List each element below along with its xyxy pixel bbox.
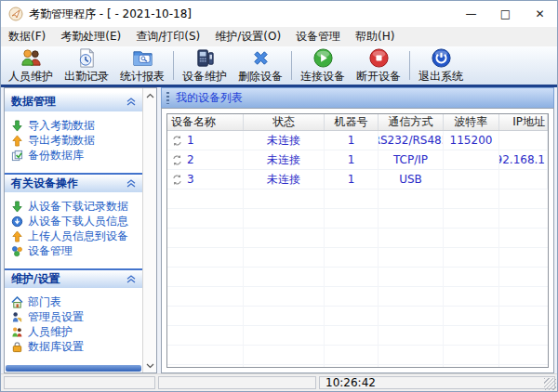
menu-data[interactable]: 数据(F) <box>1 27 53 46</box>
sidebar-item-export-data[interactable]: 导出考勤数据 <box>5 133 142 148</box>
disconnect-device-button[interactable]: 断开设备 <box>351 47 406 84</box>
delete-device-button[interactable]: 删除设备 <box>232 47 288 84</box>
chevron-up-icon <box>146 93 154 98</box>
sidebar-item-admin-settings[interactable]: 管理员设置 <box>5 309 142 324</box>
people-icon <box>11 326 23 338</box>
sidebar-section-maintenance[interactable]: 维护/设置 <box>5 268 142 288</box>
sidebar-item-label: 数据库设置 <box>28 339 84 354</box>
ip-address-cell <box>499 131 548 150</box>
status-cell: 未连接 <box>244 131 325 150</box>
grid-line <box>378 189 379 367</box>
sidebar-item-label: 设备管理 <box>28 243 73 258</box>
table-row[interactable]: 3 未连接 1 USB <box>167 170 548 189</box>
column-header-ip-address[interactable]: IP地址 <box>499 114 548 130</box>
sidebar-item-backup-database[interactable]: 备份数据库 <box>5 148 142 163</box>
column-header-status[interactable]: 状态 <box>244 114 325 130</box>
toolbar-label: 删除设备 <box>238 69 283 85</box>
table-row[interactable]: 1 未连接 1 RS232/RS485 115200 <box>167 131 548 150</box>
disconnect-icon <box>368 47 390 69</box>
menu-attendance[interactable]: 考勤处理(E) <box>53 27 128 46</box>
menu-query-print[interactable]: 查询/打印(S) <box>128 27 207 46</box>
sidebar-section-data-management[interactable]: 数据管理 <box>5 92 142 111</box>
table-row[interactable]: 2 未连接 1 TCP/IP 192.168.1 <box>167 150 548 170</box>
window-title: 考勤管理程序 - [ - 2021-10-18] <box>29 7 192 22</box>
delete-device-icon <box>250 47 272 69</box>
chevron-double-up-icon[interactable] <box>126 179 136 188</box>
close-button[interactable]: ✕ <box>523 1 557 27</box>
chevron-double-up-icon[interactable] <box>126 275 136 283</box>
column-header-machine-no[interactable]: 机器号 <box>325 114 379 130</box>
device-maintenance-button[interactable]: 设备维护 <box>177 47 232 84</box>
status-cell: 未连接 <box>244 150 325 169</box>
menu-device[interactable]: 设备管理 <box>288 27 348 46</box>
sidebar-item-upload-personnel[interactable]: 上传人员信息到设备 <box>5 229 142 243</box>
admin-key-icon <box>11 311 23 323</box>
comm-mode-cell: TCP/IP <box>379 150 444 169</box>
scroll-down-button[interactable] <box>143 359 157 372</box>
backup-icon <box>11 150 23 162</box>
menubar: 数据(F) 考勤处理(E) 查询/打印(S) 维护/设置(O) 设备管理 帮助(… <box>1 27 557 46</box>
sidebar-item-label: 导入考勤数据 <box>28 118 95 133</box>
column-header-device-name[interactable]: 设备名称 <box>167 114 244 130</box>
device-name: 1 <box>187 134 194 147</box>
scroll-up-button[interactable] <box>143 88 157 102</box>
sidebar-item-download-records[interactable]: 从设备下载记录数据 <box>5 199 142 214</box>
exit-system-button[interactable]: 退出系统 <box>413 47 469 84</box>
resize-grip-icon[interactable] <box>544 378 556 390</box>
sidebar-item-label: 备份数据库 <box>28 148 84 163</box>
toolbar-separator <box>291 51 292 80</box>
sidebar-scrollbar[interactable] <box>142 88 156 372</box>
minimize-button[interactable]: — <box>454 1 488 27</box>
menu-maintenance[interactable]: 维护/设置(O) <box>207 27 288 46</box>
sidebar-section-device-operations[interactable]: 有关设备操作 <box>5 173 142 192</box>
personnel-button[interactable]: 人员维护 <box>3 47 59 84</box>
report-button[interactable]: 统计报表 <box>114 47 170 84</box>
connect-device-button[interactable]: 连接设备 <box>295 47 351 84</box>
toolbar-label: 连接设备 <box>300 69 345 85</box>
power-icon <box>431 47 452 69</box>
section-title: 有关设备操作 <box>11 176 78 191</box>
toolbar: 人员维护 出勤记录 统计报表 <box>1 46 557 85</box>
status-cell: 未连接 <box>244 170 325 189</box>
sidebar-collapsed-bar[interactable] <box>6 365 141 372</box>
sidebar-item-download-personnel[interactable]: 从设备下载人员信息 <box>5 214 142 229</box>
grid-line <box>443 189 444 367</box>
toolbar-separator <box>173 51 174 80</box>
workspace: 数据管理 导入考勤数据 导出考勤数据 <box>1 87 557 373</box>
sidebar-item-personnel-maintenance[interactable]: 人员维护 <box>5 324 142 339</box>
toolbar-label: 退出系统 <box>418 69 463 85</box>
sync-icon <box>171 174 183 186</box>
toolbar-label: 统计报表 <box>120 69 165 85</box>
toolbar-label: 人员维护 <box>8 69 53 85</box>
sidebar-item-device-management[interactable]: 设备管理 <box>5 243 142 258</box>
sidebar-item-department-table[interactable]: 部门表 <box>5 294 142 309</box>
baud-rate-cell: 115200 <box>444 131 499 150</box>
ip-address-cell <box>499 170 548 189</box>
toolbar-label: 设备维护 <box>182 69 227 85</box>
attendance-record-button[interactable]: 出勤记录 <box>59 47 114 84</box>
arrow-up-orange-icon <box>11 135 23 147</box>
status-panel-time: 10:26:42 <box>319 376 555 389</box>
menu-help[interactable]: 帮助(H) <box>348 27 402 46</box>
device-manage-icon <box>11 245 23 257</box>
drag-grip-icon[interactable] <box>166 92 169 104</box>
sidebar-item-import-data[interactable]: 导入考勤数据 <box>5 118 142 133</box>
connect-icon <box>312 47 334 69</box>
section-items: 从设备下载记录数据 从设备下载人员信息 上传人员信息到设备 <box>5 192 142 267</box>
sidebar-item-database-settings[interactable]: 数据库设置 <box>5 339 142 354</box>
sidebar-item-label: 上传人员信息到设备 <box>28 229 128 243</box>
column-header-baud-rate[interactable]: 波特率 <box>444 114 499 130</box>
lock-icon <box>11 341 23 353</box>
maximize-button[interactable]: □ <box>488 1 523 27</box>
chevron-double-up-icon[interactable] <box>126 98 136 106</box>
status-panel-middle <box>158 376 316 389</box>
device-name-cell: 2 <box>167 150 244 169</box>
arrow-up-orange-icon <box>11 230 23 242</box>
arrow-down-green-icon <box>11 201 23 213</box>
titlebar[interactable]: 考勤管理程序 - [ - 2021-10-18] — □ ✕ <box>1 1 557 27</box>
machine-no-cell: 1 <box>325 170 379 189</box>
app-window: 考勤管理程序 - [ - 2021-10-18] — □ ✕ 数据(F) 考勤处… <box>0 0 558 392</box>
column-header-comm-mode[interactable]: 通信方式 <box>379 114 444 130</box>
sidebar-item-label: 管理员设置 <box>28 309 84 324</box>
device-table: 设备名称 状态 机器号 通信方式 波特率 IP地址 <box>166 113 549 368</box>
